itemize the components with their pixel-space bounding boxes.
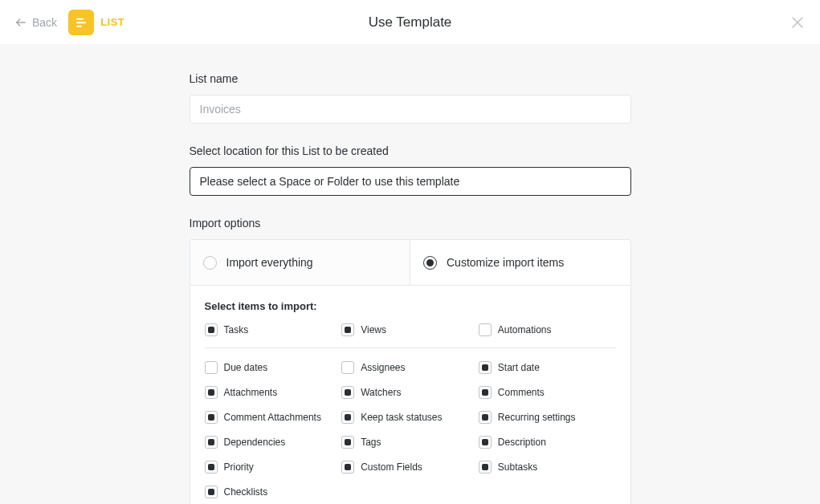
checkbox-label: Dependencies <box>224 437 286 448</box>
checkbox-icon <box>479 323 492 336</box>
svg-rect-3 <box>76 25 82 26</box>
radio-import-everything[interactable]: Import everything <box>190 240 410 285</box>
checkbox-due-dates[interactable]: Due dates <box>205 361 342 374</box>
checkbox-keep-task-statuses[interactable]: Keep task statuses <box>341 411 479 424</box>
modal-header: Back LIST Use Template <box>0 0 820 44</box>
checkbox-description[interactable]: Description <box>479 436 616 449</box>
content-scroll[interactable]: List name Select location for this List … <box>0 44 820 504</box>
checkbox-tasks[interactable]: Tasks <box>205 323 342 336</box>
location-label: Select location for this List to be crea… <box>190 144 631 157</box>
checkbox-icon <box>479 461 492 474</box>
checkbox-label: Subtasks <box>498 461 537 473</box>
arrow-left-icon <box>14 16 27 29</box>
radio-icon <box>203 256 217 270</box>
checkbox-comments[interactable]: Comments <box>479 386 616 399</box>
checkbox-label: Comments <box>498 387 545 398</box>
radio-icon <box>423 256 437 270</box>
form-container: List name Select location for this List … <box>190 44 631 504</box>
svg-rect-2 <box>76 22 86 23</box>
checkbox-label: Tags <box>361 437 381 448</box>
checkbox-icon <box>205 323 218 336</box>
checkbox-views[interactable]: Views <box>341 323 479 336</box>
location-select-button[interactable]: Please select a Space or Folder to use t… <box>190 167 631 196</box>
close-button[interactable] <box>789 14 806 30</box>
checkbox-icon <box>341 411 354 424</box>
checkbox-comment-attachments[interactable]: Comment Attachments <box>205 411 342 424</box>
checkbox-tags[interactable]: Tags <box>341 436 479 449</box>
svg-rect-1 <box>76 18 84 19</box>
checkbox-icon <box>205 386 218 399</box>
checkbox-icon <box>479 386 492 399</box>
checkbox-recurring-settings[interactable]: Recurring settings <box>479 411 616 424</box>
close-icon <box>789 14 806 30</box>
checkbox-label: Recurring settings <box>498 412 576 423</box>
checkbox-attachments[interactable]: Attachments <box>205 386 342 399</box>
checkbox-label: Attachments <box>224 387 278 398</box>
checkbox-icon <box>205 486 218 498</box>
select-items-label: Select items to import: <box>205 300 616 312</box>
checkbox-label: Start date <box>498 362 540 373</box>
checkbox-label: Due dates <box>224 362 268 373</box>
list-type-label: LIST <box>100 16 124 28</box>
checkbox-label: Custom Fields <box>361 461 422 473</box>
checkbox-label: Checklists <box>224 486 268 498</box>
back-label: Back <box>32 16 57 29</box>
checkbox-icon <box>341 436 354 449</box>
list-name-label: List name <box>190 72 631 85</box>
checkbox-label: Views <box>361 324 386 335</box>
checkbox-icon <box>205 361 218 374</box>
checkbox-icon <box>479 361 492 374</box>
checkbox-priority[interactable]: Priority <box>205 461 342 474</box>
top-items-row: TasksViewsAutomations <box>205 323 616 348</box>
checkbox-watchers[interactable]: Watchers <box>341 386 479 399</box>
checkbox-icon <box>341 323 354 336</box>
checkbox-label: Tasks <box>224 324 249 335</box>
checkbox-label: Priority <box>224 461 254 473</box>
list-type-badge: LIST <box>68 10 124 35</box>
checkbox-assignees[interactable]: Assignees <box>341 361 479 374</box>
checkbox-icon <box>341 361 354 374</box>
checkbox-dependencies[interactable]: Dependencies <box>205 436 342 449</box>
import-items-panel: Select items to import: TasksViewsAutoma… <box>190 285 631 504</box>
items-grid: Due datesAssigneesStart dateAttachmentsW… <box>205 353 616 498</box>
checkbox-icon <box>479 411 492 424</box>
checkbox-icon <box>205 411 218 424</box>
checkbox-icon <box>479 436 492 449</box>
checkbox-label: Description <box>498 437 546 448</box>
import-options-label: Import options <box>190 217 631 230</box>
checkbox-custom-fields[interactable]: Custom Fields <box>341 461 479 474</box>
list-icon <box>68 10 94 35</box>
back-button[interactable]: Back <box>14 16 57 29</box>
list-name-input[interactable] <box>190 95 631 124</box>
checkbox-label: Automations <box>498 324 552 335</box>
checkbox-checklists[interactable]: Checklists <box>205 486 342 498</box>
checkbox-label: Assignees <box>361 362 405 373</box>
radio-label: Customize import items <box>447 256 564 269</box>
checkbox-label: Keep task statuses <box>361 412 442 423</box>
checkbox-icon <box>341 461 354 474</box>
radio-customize-items[interactable]: Customize import items <box>410 240 630 285</box>
checkbox-automations[interactable]: Automations <box>479 323 616 336</box>
checkbox-icon <box>205 461 218 474</box>
checkbox-start-date[interactable]: Start date <box>479 361 616 374</box>
checkbox-icon <box>341 386 354 399</box>
radio-label: Import everything <box>226 256 313 269</box>
checkbox-label: Comment Attachments <box>224 412 321 423</box>
divider <box>205 348 616 348</box>
checkbox-icon <box>205 436 218 449</box>
location-placeholder: Please select a Space or Folder to use t… <box>200 175 460 188</box>
checkbox-subtasks[interactable]: Subtasks <box>479 461 616 474</box>
import-mode-toggle: Import everything Customize import items <box>190 239 631 285</box>
modal-title: Use Template <box>369 14 452 30</box>
checkbox-label: Watchers <box>361 387 401 398</box>
